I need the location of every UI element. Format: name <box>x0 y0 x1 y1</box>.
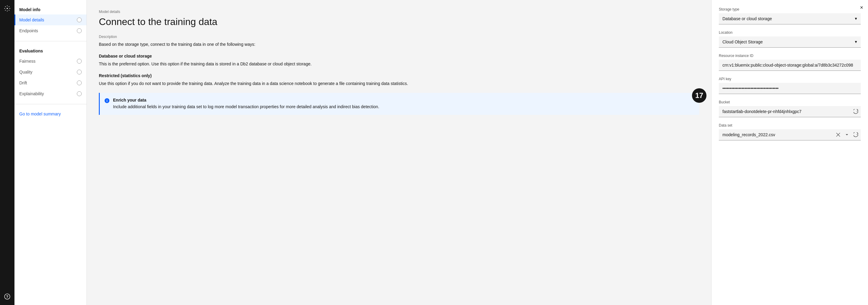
info-box: i Enrich your data Include additional fi… <box>99 93 699 115</box>
info-content: Enrich your data Include additional fiel… <box>113 98 379 110</box>
info-title: Enrich your data <box>113 98 379 102</box>
bucket-group: Bucket faststartlab-donotdelete-pr-nhfd4… <box>719 100 861 117</box>
data-set-refresh-icon[interactable] <box>851 130 861 140</box>
api-key-label: API key <box>719 77 861 81</box>
bucket-refresh-icon[interactable] <box>851 107 861 116</box>
help-icon[interactable]: ? <box>1 291 13 303</box>
settings-icon[interactable] <box>1 2 13 14</box>
main-content: Model details Connect to the training da… <box>87 0 711 305</box>
section1-heading: Database or cloud storage <box>99 54 699 58</box>
storage-type-label: Storage type <box>719 7 861 11</box>
storage-type-select-wrapper[interactable]: Database or cloud storage ▼ <box>719 13 861 24</box>
storage-type-group: Storage type Database or cloud storage ▼ <box>719 7 861 24</box>
api-key-group: API key <box>719 77 861 94</box>
resource-instance-id-input[interactable] <box>719 60 861 71</box>
location-label: Location <box>719 30 861 35</box>
step-badge: 17 <box>692 88 707 103</box>
go-to-model-summary-link[interactable]: Go to model summary <box>14 109 87 119</box>
location-select-wrapper[interactable]: Cloud Object Storage ▼ <box>719 36 861 48</box>
sidebar-item-quality[interactable]: Quality <box>14 67 87 78</box>
description-text: Based on the storage type, connect to th… <box>99 41 699 48</box>
info-icon: i <box>104 98 110 104</box>
sidebar-item-model-details[interactable]: Model details <box>14 14 87 25</box>
sidebar: Model info Model details Endpoints Evalu… <box>14 0 87 305</box>
sidebar-item-fairness-label: Fairness <box>19 59 36 64</box>
sidebar-item-explainability[interactable]: Explainability <box>14 88 87 99</box>
bucket-label: Bucket <box>719 100 861 104</box>
panel-close-button[interactable]: × <box>860 5 863 10</box>
info-desc: Include additional fields in your traini… <box>113 104 379 110</box>
location-select[interactable]: Cloud Object Storage <box>719 36 861 47</box>
data-set-clear-icon[interactable] <box>834 130 843 139</box>
page-title: Connect to the training data <box>99 16 699 27</box>
api-key-input[interactable] <box>719 83 861 94</box>
sidebar-item-quality-radio <box>77 70 82 74</box>
sidebar-item-endpoints[interactable]: Endpoints <box>14 25 87 36</box>
bucket-input-wrapper: faststartlab-donotdelete-pr-nhfd4jnhlxgp… <box>719 106 861 117</box>
section2-body: Use this option if you do not want to pr… <box>99 81 699 87</box>
data-set-input-wrapper <box>719 129 861 141</box>
data-set-group: Data set <box>719 123 861 141</box>
section2-heading: Restricted (statistics only) <box>99 73 699 78</box>
storage-type-select[interactable]: Database or cloud storage <box>719 13 861 24</box>
sidebar-item-explainability-radio <box>77 91 82 96</box>
sidebar-item-drift-label: Drift <box>19 81 27 85</box>
data-set-chevron-icon[interactable] <box>843 130 851 139</box>
location-group: Location Cloud Object Storage ▼ <box>719 30 861 48</box>
sidebar-item-quality-label: Quality <box>19 70 33 74</box>
toolbar: ? <box>0 0 14 305</box>
description-label: Description <box>99 35 699 39</box>
svg-text:?: ? <box>6 295 8 299</box>
resource-instance-id-group: Resource instance ID <box>719 54 861 71</box>
sidebar-item-endpoints-label: Endpoints <box>19 28 38 33</box>
data-set-input[interactable] <box>719 129 834 140</box>
model-info-section-title: Model info <box>14 5 87 14</box>
sidebar-item-endpoints-radio <box>77 28 82 33</box>
svg-point-0 <box>7 8 8 9</box>
sidebar-item-model-details-label: Model details <box>19 18 44 22</box>
sidebar-item-fairness-radio <box>77 59 82 64</box>
bucket-select[interactable]: faststartlab-donotdelete-pr-nhfd4jnhlxgp… <box>719 106 851 117</box>
section1-body: This is the preferred option. Use this o… <box>99 61 699 67</box>
resource-instance-id-label: Resource instance ID <box>719 54 861 58</box>
data-set-label: Data set <box>719 123 861 127</box>
svg-text:i: i <box>106 99 107 102</box>
right-panel: × Storage type Database or cloud storage… <box>711 0 868 305</box>
sidebar-item-fairness[interactable]: Fairness <box>14 56 87 67</box>
sidebar-item-drift[interactable]: Drift <box>14 78 87 88</box>
sidebar-item-model-details-radio <box>77 18 82 22</box>
breadcrumb: Model details <box>99 10 699 14</box>
sidebar-divider <box>14 41 87 41</box>
sidebar-item-drift-radio <box>77 81 82 85</box>
sidebar-item-explainability-label: Explainability <box>19 91 44 96</box>
evaluations-section-title: Evaluations <box>14 46 87 56</box>
